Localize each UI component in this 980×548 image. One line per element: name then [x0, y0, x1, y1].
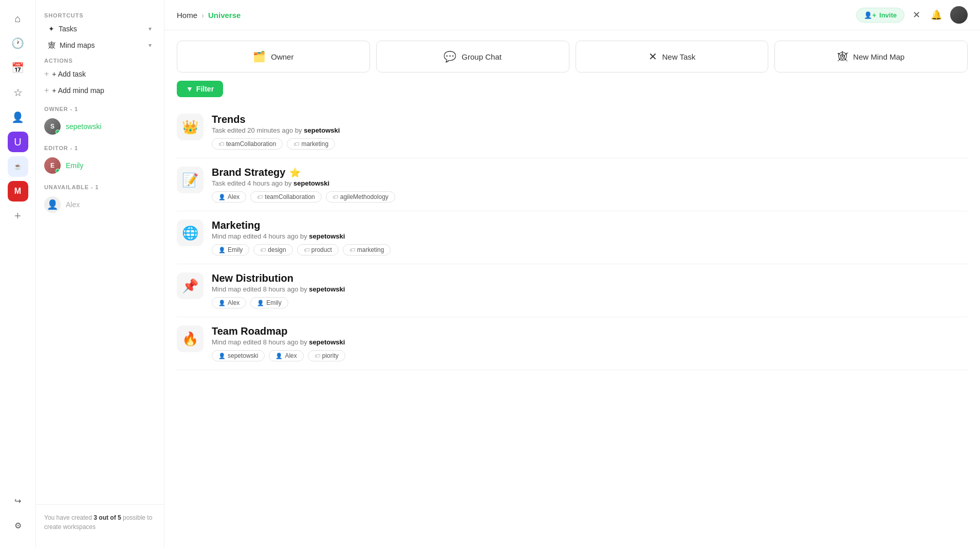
new-task-button[interactable]: ✕ New Task — [576, 41, 769, 72]
user-avatar[interactable] — [950, 6, 968, 24]
sidebar-item-mindmaps[interactable]: 🕸 Mind maps ▾ — [40, 37, 160, 53]
tag[interactable]: 👤 Emily — [212, 244, 249, 255]
list-item-icon: 📌 — [177, 272, 204, 299]
add-mindmap-action[interactable]: + + Add mind map — [36, 82, 164, 99]
tag[interactable]: 👤 Emily — [250, 297, 288, 308]
topbar-actions: 👤+ Invite ✕ 🔔 — [856, 6, 968, 24]
list-item-meta: Mind map edited 8 hours ago by sepetowsk… — [212, 338, 968, 346]
tag-icon: 🏷 — [315, 353, 320, 359]
tag[interactable]: 🏷 teamCollaboration — [212, 138, 283, 150]
tag-icon: 👤 — [218, 300, 226, 306]
u-workspace[interactable]: U — [8, 132, 28, 152]
home-icon[interactable]: ⌂ — [8, 8, 28, 29]
chat-icon: 💬 — [443, 50, 456, 63]
actions-label: ACTIONS — [36, 53, 164, 66]
tag[interactable]: 👤 Alex — [212, 297, 246, 308]
tag[interactable]: 🏷 piority — [308, 350, 345, 361]
footer-text: You have created — [44, 514, 94, 521]
tag-icon: 👤 — [257, 300, 264, 306]
tag-label: Emily — [266, 299, 281, 306]
tag-label: Alex — [228, 193, 239, 200]
add-workspace[interactable]: + — [8, 206, 28, 226]
list-item[interactable]: 📌 New Distribution Mind map edited 8 hou… — [177, 264, 968, 317]
list-item[interactable]: 🔥 Team Roadmap Mind map edited 8 hours a… — [177, 317, 968, 370]
avatar: E — [44, 157, 61, 174]
unavailable-user: 👤 Alex — [36, 193, 164, 216]
tag[interactable]: 🏷 marketing — [343, 244, 391, 255]
tag[interactable]: 🏷 design — [253, 244, 292, 255]
new-mindmap-icon: 🕸 — [838, 51, 848, 63]
add-mindmap-icon: + — [44, 86, 49, 95]
tag-label: sepetowski — [228, 352, 258, 359]
topbar: Home › Universe 👤+ Invite ✕ 🔔 — [164, 0, 980, 30]
tag[interactable]: 👤 Alex — [212, 191, 246, 203]
owner-icon: 🗂️ — [253, 50, 266, 63]
java-workspace[interactable]: ☕ — [8, 156, 28, 177]
new-mind-map-button[interactable]: 🕸 New Mind Map — [774, 41, 968, 72]
group-chat-button[interactable]: 💬 Group Chat — [376, 41, 569, 72]
tags-container: 🏷 teamCollaboration 🏷 marketing — [212, 138, 968, 150]
tag-label: teamCollaboration — [265, 193, 315, 200]
breadcrumb-home[interactable]: Home — [177, 11, 197, 20]
invite-label: Invite — [879, 11, 897, 19]
tag[interactable]: 🏷 teamCollaboration — [250, 191, 321, 203]
tags-container: 👤 Emily 🏷 design 🏷 product 🏷 marketing — [212, 244, 968, 255]
clock-icon[interactable]: 🕐 — [8, 33, 28, 53]
icon-bar: ⌂ 🕐 📅 ☆ 👤 U ☕ M + ↪ ⚙ — [0, 0, 36, 548]
settings-icon[interactable]: ⚙ — [8, 515, 28, 536]
logout-icon[interactable]: ↪ — [8, 490, 28, 511]
list-item-body: Team Roadmap Mind map edited 8 hours ago… — [212, 325, 968, 361]
tools-icon[interactable]: ✕ — [911, 7, 922, 23]
tag[interactable]: 🏷 agileMethodology — [326, 191, 395, 203]
tag-icon: 🏷 — [304, 247, 309, 253]
content-list: 👑 Trends Task edited 20 minutes ago by s… — [164, 105, 980, 548]
sidebar-mindmaps-label: Mind maps — [60, 41, 95, 49]
list-item-meta: Mind map edited 4 hours ago by sepetowsk… — [212, 232, 968, 240]
list-item-meta: Task edited 4 hours ago by sepetowski — [212, 179, 968, 187]
invite-button[interactable]: 👤+ Invite — [856, 8, 904, 23]
add-task-action[interactable]: + + Add task — [36, 66, 164, 82]
add-task-label: + Add task — [52, 70, 86, 78]
list-item-icon: 🌐 — [177, 220, 204, 246]
star-icon[interactable]: ☆ — [8, 82, 28, 103]
editor-username: Emily — [66, 161, 83, 170]
tasks-icon: ✦ — [48, 25, 54, 33]
tag-label: agileMethodology — [340, 193, 389, 200]
tag-label: product — [311, 246, 332, 253]
owner-section-title: OWNER - 1 — [36, 99, 164, 115]
tag[interactable]: 👤 sepetowski — [212, 350, 265, 361]
unavailable-section-title: UNAVAILABLE - 1 — [36, 177, 164, 193]
owner-button[interactable]: 🗂️ Owner — [177, 41, 370, 72]
tag[interactable]: 👤 Alex — [269, 350, 303, 361]
shortcuts-label: SHORTCUTS — [36, 8, 164, 21]
calendar-icon[interactable]: 📅 — [8, 58, 28, 78]
tag-icon: 👤 — [275, 353, 283, 359]
list-item[interactable]: 👑 Trends Task edited 20 minutes ago by s… — [177, 105, 968, 158]
owner-user: S sepetowski — [36, 115, 164, 138]
mindmaps-icon: 🕸 — [48, 41, 56, 49]
sidebar-footer: You have created 3 out of 5 possible to … — [36, 504, 164, 540]
list-item[interactable]: 🌐 Marketing Mind map edited 4 hours ago … — [177, 211, 968, 264]
list-item-icon: 📝 — [177, 167, 204, 193]
list-item-body: Brand Strategy ⭐ Task edited 4 hours ago… — [212, 167, 968, 203]
list-item-meta: Mind map edited 8 hours ago by sepetowsk… — [212, 285, 968, 293]
action-buttons-row: 🗂️ Owner 💬 Group Chat ✕ New Task 🕸 New M… — [164, 30, 980, 79]
list-item-title: Marketing — [212, 220, 968, 231]
notification-icon[interactable]: 🔔 — [929, 7, 944, 23]
add-mindmap-label: + Add mind map — [52, 86, 104, 95]
tag[interactable]: 🏷 marketing — [287, 138, 335, 150]
list-item-body: Marketing Mind map edited 4 hours ago by… — [212, 220, 968, 255]
filter-button[interactable]: ▼ Filter — [177, 81, 223, 97]
new-task-label: New Task — [662, 52, 696, 61]
sidebar: SHORTCUTS ✦ Tasks ▾ 🕸 Mind maps ▾ ACTION… — [36, 0, 164, 548]
list-item-title: Brand Strategy ⭐ — [212, 167, 968, 178]
tag-label: piority — [322, 352, 339, 359]
chevron-down-icon: ▾ — [149, 25, 152, 32]
person-icon[interactable]: 👤 — [8, 107, 28, 127]
tag[interactable]: 🏷 product — [297, 244, 339, 255]
list-item[interactable]: 📝 Brand Strategy ⭐ Task edited 4 hours a… — [177, 158, 968, 211]
sidebar-item-tasks[interactable]: ✦ Tasks ▾ — [40, 21, 160, 37]
m-workspace[interactable]: M — [8, 181, 28, 202]
new-mind-map-label: New Mind Map — [853, 52, 904, 61]
invite-icon: 👤+ — [864, 11, 876, 19]
